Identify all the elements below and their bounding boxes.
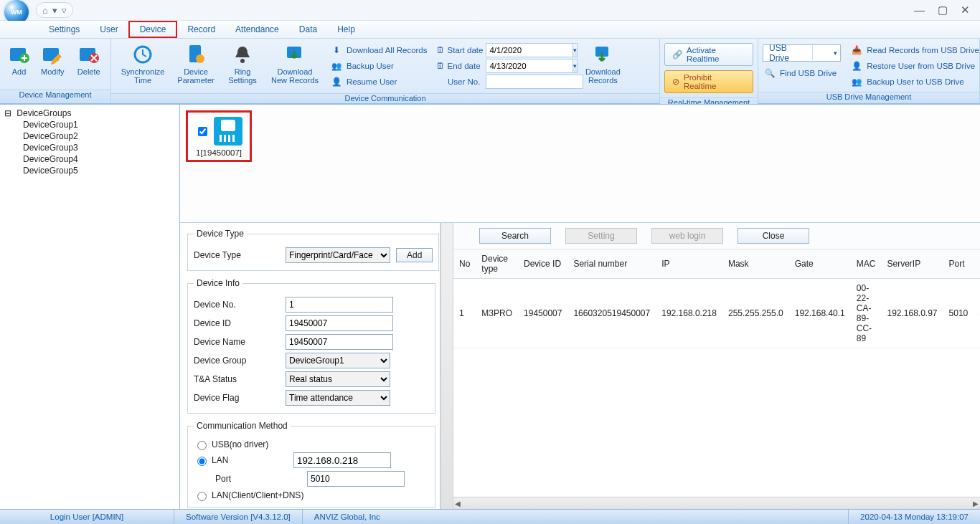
menu-device[interactable]: Device	[128, 21, 178, 38]
menubar: Settings User Device Record Attendance D…	[0, 21, 980, 39]
device-type-label: Device Type	[194, 250, 280, 260]
lan-ip-input[interactable]	[293, 452, 391, 468]
backup-user-usb-button[interactable]: 👥Backup User to USB Drive	[847, 75, 980, 89]
table-row[interactable]: 1 M3PRO 19450007 1660320519450007 192.16…	[453, 279, 980, 348]
port-input[interactable]	[307, 471, 405, 487]
col-mac[interactable]: MAC	[851, 249, 882, 279]
device-tile[interactable]: 1[19450007]	[186, 110, 252, 162]
ta-status-select[interactable]: Real status	[286, 371, 390, 387]
maximize-button[interactable]: ▢	[938, 4, 948, 16]
synchronize-time-button[interactable]: Synchronize Time	[116, 42, 170, 85]
end-date-label: 🗓End date	[436, 62, 484, 70]
activate-realtime-button[interactable]: 🔗Activate Realtime	[664, 43, 753, 66]
calendar-icon: 🗓	[436, 62, 445, 70]
tree-root[interactable]: ⊟ DeviceGroups	[1, 108, 178, 119]
tree-item[interactable]: DeviceGroup3	[1, 142, 178, 153]
device-group-select[interactable]: DeviceGroup1	[286, 353, 390, 368]
tree-item[interactable]: DeviceGroup4	[1, 153, 178, 165]
backup-user-button[interactable]: 👥Backup User	[326, 59, 432, 73]
form-scrollbar[interactable]	[440, 223, 453, 509]
delete-button[interactable]: Delete	[72, 42, 106, 76]
restore-user-usb-button[interactable]: 👤Restore User from USB Drive	[847, 59, 980, 73]
tree-item[interactable]: DeviceGroup2	[1, 130, 178, 142]
device-grid[interactable]: No Device type Device ID Serial number I…	[453, 249, 980, 497]
lower-split: Device Type Device Type Fingerprint/Card…	[180, 223, 980, 509]
usb-radio[interactable]	[197, 441, 207, 450]
device-type-legend: Device Type	[194, 229, 247, 239]
end-date-input[interactable]	[486, 59, 573, 73]
usb-drive-combo[interactable]: USB Drive ▾	[763, 44, 841, 62]
titlebar: WM ⌂ ▾ ▿ — ▢ ✕	[0, 0, 980, 21]
menu-user[interactable]: User	[90, 21, 128, 38]
device-name-label: Device Name	[194, 337, 280, 347]
grid-horizontal-scrollbar[interactable]: ◀▶	[453, 497, 980, 509]
home-icon[interactable]: ⌂	[42, 5, 48, 16]
col-device-type[interactable]: Device type	[476, 249, 518, 279]
device-id-input[interactable]	[286, 315, 393, 331]
close-button[interactable]: ✕	[961, 4, 970, 16]
download-all-records-button[interactable]: ⬇Download All Records	[326, 43, 432, 57]
download-all-icon: ⬇	[331, 44, 342, 56]
minimize-button[interactable]: —	[914, 4, 925, 16]
device-group-tree[interactable]: ⊟ DeviceGroups DeviceGroup1 DeviceGroup2…	[0, 105, 180, 509]
window-controls: — ▢ ✕	[914, 4, 980, 16]
menu-attendance[interactable]: Attendance	[225, 21, 289, 38]
col-ip[interactable]: IP	[656, 249, 722, 279]
col-no[interactable]: No	[453, 249, 476, 279]
device-parameter-button[interactable]: Device Parameter	[171, 42, 220, 85]
device-type-add-button[interactable]: Add	[396, 248, 433, 262]
grid-search-button[interactable]: Search	[479, 228, 551, 244]
tree-item[interactable]: DeviceGroup5	[1, 165, 178, 176]
add-button[interactable]: Add	[4, 42, 34, 76]
device-icon	[214, 117, 242, 146]
grid-weblogin-button[interactable]: web login	[651, 228, 723, 244]
menu-record[interactable]: Record	[177, 21, 225, 38]
shield-icon[interactable]: ▾	[52, 5, 57, 16]
device-no-input[interactable]	[286, 297, 393, 313]
download-new-records-button[interactable]: Download New Records	[265, 42, 325, 85]
find-usb-button[interactable]: 🔍Find USB Drive	[763, 66, 841, 80]
menu-settings[interactable]: Settings	[39, 21, 90, 38]
statusbar: Login User [ADMIN] Software Version [V4.…	[0, 509, 980, 524]
col-mask[interactable]: Mask	[722, 249, 789, 279]
device-tile-checkbox[interactable]	[198, 127, 207, 136]
menu-help[interactable]: Help	[327, 21, 365, 38]
col-serial[interactable]: Serial number	[567, 249, 656, 279]
collapse-icon[interactable]: ⊟	[4, 108, 11, 118]
read-records-usb-button[interactable]: 📥Read Records from USB Drive	[847, 43, 980, 57]
device-gear-icon	[184, 43, 207, 66]
device-type-select[interactable]: Fingerprint/Card/Face	[286, 247, 390, 263]
modify-button[interactable]: Modify	[35, 42, 70, 76]
svg-point-8	[240, 59, 245, 63]
user-no-input[interactable]	[486, 75, 583, 89]
col-gate[interactable]: Gate	[789, 249, 851, 279]
col-device-id[interactable]: Device ID	[518, 249, 567, 279]
chevron-down-icon[interactable]: ▾	[831, 49, 840, 57]
device-name-input[interactable]	[286, 334, 393, 350]
lan-client-radio[interactable]	[197, 492, 207, 501]
add-icon	[8, 43, 31, 66]
grid-close-button[interactable]: Close	[738, 228, 809, 244]
resume-user-icon: 👤	[331, 76, 342, 87]
col-port[interactable]: Port	[943, 249, 974, 279]
menu-data[interactable]: Data	[289, 21, 327, 38]
download-records-button[interactable]: Download Records	[576, 42, 629, 85]
calendar-icon: 🗓	[436, 46, 445, 54]
device-flag-select[interactable]: Time attendance	[286, 390, 390, 406]
center-pane: 1[19450007] Device Type Device Type Fing…	[180, 105, 980, 509]
resume-user-button[interactable]: 👤Resume User	[326, 75, 432, 89]
col-mode[interactable]: Mode	[974, 249, 980, 279]
lan-radio[interactable]	[197, 457, 207, 466]
dropdown-icon[interactable]: ▿	[62, 5, 67, 16]
ribbon-group-title: Device Management	[0, 90, 110, 103]
prohibit-realtime-button[interactable]: ⊘Prohibit Realtime	[664, 70, 753, 93]
device-no-label: Device No.	[194, 300, 280, 310]
start-date-input[interactable]	[486, 43, 573, 57]
ribbon-group-title: Device Communication	[111, 93, 659, 103]
device-id-label: Device ID	[194, 318, 280, 328]
search-icon: 🔍	[764, 67, 776, 79]
tree-item[interactable]: DeviceGroup1	[1, 119, 178, 130]
grid-setting-button[interactable]: Setting	[565, 228, 637, 244]
ring-settings-button[interactable]: Ring Settings	[222, 42, 263, 85]
col-serverip[interactable]: ServerIP	[881, 249, 943, 279]
